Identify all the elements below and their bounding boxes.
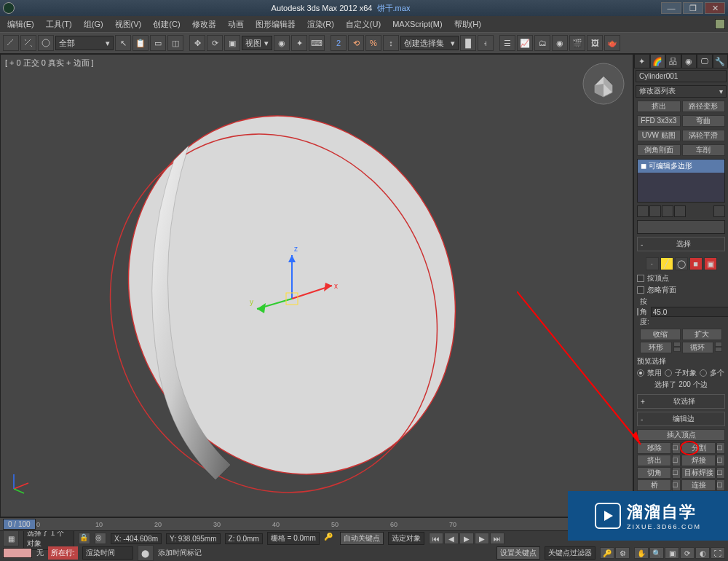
key-mode-icon[interactable]: 🔑 bbox=[600, 547, 614, 559]
show-end-icon[interactable] bbox=[649, 205, 661, 217]
menu-help[interactable]: 帮助(H) bbox=[450, 17, 486, 31]
maximize-button[interactable]: ❐ bbox=[683, 2, 703, 14]
set-key-icon[interactable]: ⬤ bbox=[138, 545, 154, 561]
minimize-button[interactable]: — bbox=[661, 2, 681, 14]
set-key-button[interactable]: 设置关键点 bbox=[496, 546, 540, 560]
render-frame-icon[interactable]: 🖼 bbox=[587, 35, 603, 51]
render-setup-icon[interactable]: 🎬 bbox=[569, 35, 585, 51]
extrude-settings[interactable]: □ bbox=[672, 455, 681, 466]
insert-vertex-button[interactable]: 插入顶点 bbox=[637, 429, 725, 441]
split-button[interactable]: 分割 bbox=[681, 442, 716, 454]
snap-percent-icon[interactable]: % bbox=[365, 35, 381, 51]
menu-render[interactable]: 渲染(R) bbox=[303, 17, 339, 31]
schematic-icon[interactable]: 🗂 bbox=[534, 35, 550, 51]
snap-2d-icon[interactable]: 2 bbox=[331, 35, 347, 51]
extrude-button[interactable]: 挤出 bbox=[637, 455, 671, 466]
configure-icon[interactable] bbox=[713, 205, 725, 217]
select-name-icon[interactable]: 📋 bbox=[132, 35, 149, 51]
subobj-border[interactable]: ◯ bbox=[675, 257, 688, 270]
weld-button[interactable]: 焊接 bbox=[681, 455, 716, 466]
menu-tools[interactable]: 工具(T) bbox=[41, 17, 76, 31]
viewcube[interactable] bbox=[582, 62, 625, 106]
mod-btn-bevelprofile[interactable]: 倒角剖面 bbox=[637, 144, 681, 156]
trackbar-toggle[interactable]: ▦ bbox=[3, 530, 19, 546]
by-angle-check[interactable] bbox=[637, 308, 638, 315]
manip-icon[interactable]: ✦ bbox=[291, 35, 307, 51]
rotate-icon[interactable]: ⟳ bbox=[207, 35, 223, 51]
select-icon[interactable]: ↖ bbox=[115, 35, 131, 51]
goto-start-icon[interactable]: ⏮ bbox=[429, 533, 443, 544]
object-name-field[interactable]: Cylinder001 bbox=[636, 70, 727, 82]
snap-angle-icon[interactable]: ⟲ bbox=[348, 35, 364, 51]
preview-sub-radio[interactable] bbox=[665, 369, 672, 377]
remove-button[interactable]: 移除 bbox=[637, 442, 671, 454]
connect-button[interactable]: 连接 bbox=[681, 479, 716, 491]
subobj-element[interactable]: ▣ bbox=[704, 257, 717, 270]
shrink-button[interactable]: 收缩 bbox=[640, 329, 681, 340]
selection-filter[interactable]: 全部▾ bbox=[55, 36, 114, 50]
mod-btn-lathe[interactable]: 车削 bbox=[682, 144, 726, 156]
max-toggle-icon[interactable]: ⛶ bbox=[711, 547, 725, 559]
chamfer-settings[interactable]: □ bbox=[672, 467, 681, 479]
modifier-stack[interactable]: ◼ 可编辑多边形 bbox=[637, 159, 725, 203]
mod-btn-ffd[interactable]: FFD 3x3x3 bbox=[637, 115, 681, 127]
timeline-preview[interactable] bbox=[3, 548, 32, 558]
tab-utilities[interactable]: 🔧 bbox=[713, 54, 729, 68]
angle-spinner[interactable] bbox=[651, 307, 728, 317]
pin-stack-icon[interactable] bbox=[637, 205, 649, 217]
mod-btn-turbosmooth[interactable]: 涡轮平滑 bbox=[682, 130, 726, 141]
by-vertex-check[interactable]: 按顶点 bbox=[637, 273, 725, 283]
mod-btn-bend[interactable]: 弯曲 bbox=[682, 115, 726, 127]
time-config-icon[interactable]: ⚙ bbox=[615, 547, 630, 559]
orbit-icon[interactable]: ⟳ bbox=[680, 547, 695, 559]
link-icon[interactable] bbox=[3, 35, 19, 51]
menu-customize[interactable]: 自定义(U) bbox=[341, 17, 385, 31]
rollout-edit-edges[interactable]: -编辑边 bbox=[637, 412, 725, 426]
weld-settings[interactable]: □ bbox=[716, 455, 725, 466]
z-field[interactable]: Z: 0.0mm bbox=[225, 533, 263, 544]
viewport[interactable]: [ + 0 正交 0 真实 + 边面 ] bbox=[0, 54, 633, 517]
tab-display[interactable]: 🖵 bbox=[697, 54, 713, 68]
loop-button[interactable]: 循环 bbox=[682, 342, 714, 353]
play-icon[interactable]: ▶ bbox=[459, 533, 474, 544]
keyboard-icon[interactable]: ⌨ bbox=[309, 35, 325, 51]
remove-mod-icon[interactable] bbox=[674, 205, 686, 217]
goto-end-icon[interactable]: ⏭ bbox=[490, 533, 505, 544]
pivot-icon[interactable]: ◉ bbox=[274, 35, 290, 51]
isolate-icon[interactable]: ◎ bbox=[95, 533, 106, 544]
add-timemark-label[interactable]: 添加时间标记 bbox=[158, 548, 202, 558]
rollout-softsel[interactable]: +软选择 bbox=[637, 394, 725, 409]
split-settings[interactable]: □ bbox=[716, 442, 725, 454]
grow-button[interactable]: 扩大 bbox=[682, 329, 723, 340]
close-button[interactable]: ✕ bbox=[705, 2, 725, 14]
make-unique-icon[interactable] bbox=[662, 205, 673, 217]
bridge-settings[interactable]: □ bbox=[672, 479, 681, 491]
prev-frame-icon[interactable]: ◀ bbox=[444, 533, 459, 544]
time-slider-thumb[interactable]: 0 / 100 bbox=[3, 519, 36, 530]
loop-down[interactable] bbox=[715, 347, 722, 352]
scrollbar-gap[interactable] bbox=[637, 220, 725, 234]
lock-icon[interactable]: 🔒 bbox=[79, 533, 90, 544]
subobj-edge[interactable]: ╱ bbox=[660, 257, 673, 270]
auto-key-button[interactable]: 自动关键点 bbox=[340, 532, 384, 545]
ring-up[interactable] bbox=[673, 342, 681, 347]
window-crossing-icon[interactable]: ◫ bbox=[167, 35, 183, 51]
menu-view[interactable]: 视图(V) bbox=[111, 17, 146, 31]
subobj-polygon[interactable]: ■ bbox=[689, 257, 703, 270]
chamfer-button[interactable]: 切角 bbox=[637, 467, 671, 479]
material-icon[interactable]: ◉ bbox=[552, 35, 568, 51]
preview-multi-radio[interactable] bbox=[700, 369, 707, 377]
viewport-label[interactable]: [ + 0 正交 0 真实 + 边面 ] bbox=[5, 58, 94, 68]
menu-group[interactable]: 组(G) bbox=[79, 17, 108, 31]
align-icon[interactable]: ⫞ bbox=[478, 35, 494, 51]
menu-edit[interactable]: 编辑(E) bbox=[3, 17, 39, 31]
zoom-icon[interactable]: 🔍 bbox=[649, 547, 664, 559]
menu-graph[interactable]: 图形编辑器 bbox=[251, 17, 300, 31]
pan-icon[interactable]: ✋ bbox=[634, 547, 649, 559]
layers-icon[interactable]: ☰ bbox=[499, 35, 515, 51]
selected-filter[interactable]: 选定对象 bbox=[388, 532, 424, 545]
menu-modifiers[interactable]: 修改器 bbox=[188, 17, 221, 31]
named-selection[interactable]: 创建选择集▾ bbox=[400, 36, 459, 50]
ring-down[interactable] bbox=[673, 347, 681, 352]
fov-icon[interactable]: ◐ bbox=[695, 547, 710, 559]
